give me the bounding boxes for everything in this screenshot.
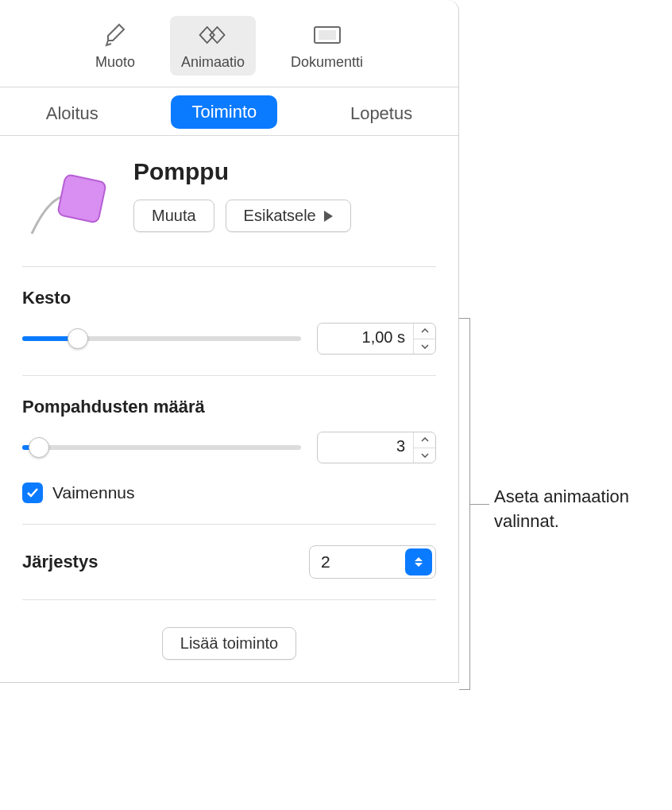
animation-tabs: Aloitus Toiminto Lopetus [0,87,458,136]
preview-button-label: Esikatsele [244,207,316,225]
tab-action[interactable]: Toiminto [171,95,277,129]
order-label: Järjestys [22,552,98,572]
effect-info: Pomppu Muuta Esikatsele [133,158,436,232]
chevron-up-down-icon [405,548,432,576]
play-icon [324,211,333,222]
order-value: 2 [310,552,402,572]
duration-step-up[interactable] [414,324,435,339]
toolbar-document-label: Dokumentti [291,54,363,71]
bounces-value-box: 3 [317,432,436,463]
effect-header: Pomppu Muuta Esikatsele [22,158,436,267]
bounces-step-up[interactable] [414,432,435,448]
inspector-panel: Muoto Animaatio Dokumentti Aloitus Toimi [0,0,459,683]
tab-build-in[interactable]: Aloitus [27,95,118,135]
bounces-label: Pompahdusten määrä [22,397,436,417]
bounces-section: Pompahdusten määrä 3 [22,397,436,525]
callout-text: Aseta animaation valinnat. [494,485,664,534]
toolbar-format-label: Muoto [95,54,135,71]
duration-value[interactable]: 1,00 s [318,324,413,354]
paintbrush-icon [99,21,131,49]
diamonds-icon [197,21,229,49]
svg-rect-2 [57,174,106,223]
bounces-step-down[interactable] [414,448,435,463]
duration-slider[interactable] [22,329,301,348]
duration-label: Kesto [22,288,436,308]
decay-row: Vaimennus [22,483,436,503]
bounce-effect-icon [22,158,118,246]
toolbar-animate-label: Animaatio [181,54,245,71]
add-action-button[interactable]: Lisää toiminto [162,627,296,660]
inspector-toolbar: Muoto Animaatio Dokumentti [0,0,458,87]
change-button[interactable]: Muuta [133,200,214,232]
toolbar-animate[interactable]: Animaatio [170,16,256,76]
change-button-label: Muuta [152,207,196,225]
bounces-value[interactable]: 3 [318,432,413,463]
duration-stepper [413,324,435,354]
toolbar-document[interactable]: Dokumentti [280,16,374,76]
decay-label: Vaimennus [52,483,135,502]
add-action-label: Lisää toiminto [180,634,278,653]
inspector-content: Pomppu Muuta Esikatsele Kesto [0,136,458,682]
callout-bracket [459,318,470,690]
tab-build-out[interactable]: Lopetus [331,95,431,135]
order-select[interactable]: 2 [309,545,436,579]
preview-button[interactable]: Esikatsele [226,200,351,232]
duration-section: Kesto 1,00 s [22,288,436,376]
callout-line [470,504,489,505]
effect-title: Pomppu [133,158,436,185]
decay-checkbox[interactable] [22,483,43,503]
order-section: Järjestys 2 [22,545,436,600]
bounces-slider[interactable] [22,438,301,457]
svg-rect-1 [319,31,335,39]
duration-step-down[interactable] [414,339,435,355]
document-icon [311,21,343,49]
bounces-stepper [413,432,435,463]
toolbar-format[interactable]: Muoto [84,16,146,76]
duration-value-box: 1,00 s [317,323,436,355]
